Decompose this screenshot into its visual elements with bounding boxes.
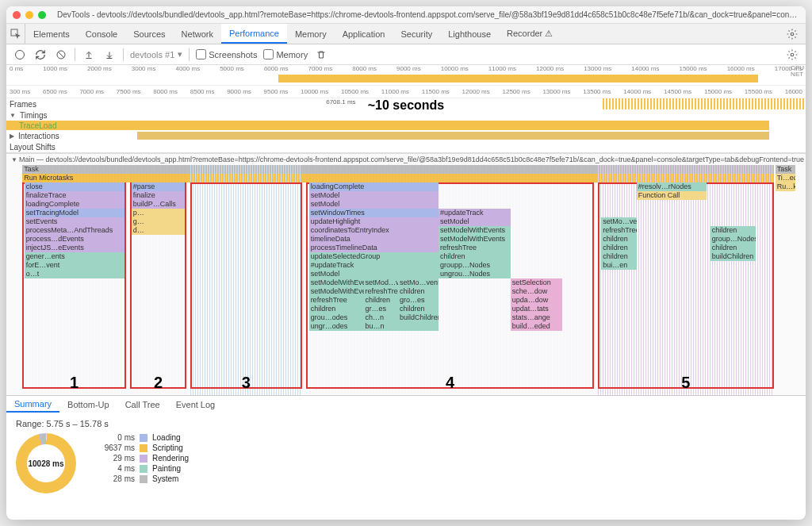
flame-span[interactable]: refreshTree <box>601 226 636 235</box>
flame-span[interactable]: gro…es <box>398 296 439 305</box>
flame-span[interactable]: groupp…Nodes <box>439 261 511 270</box>
tab-bottom-up[interactable]: Bottom-Up <box>59 396 117 413</box>
flame-span[interactable]: children <box>439 252 511 261</box>
reload-button[interactable] <box>33 48 48 62</box>
flame-span[interactable]: Function Call <box>637 191 707 200</box>
flame-span[interactable]: setModelWithEvents <box>439 226 511 235</box>
flame-span[interactable]: finalizeTrace <box>25 191 124 200</box>
flame-span[interactable]: p… <box>132 209 186 217</box>
flame-span[interactable]: sche…dow <box>511 287 562 296</box>
record-button[interactable] <box>13 48 27 62</box>
tab-lighthouse[interactable]: Lighthouse <box>440 24 499 44</box>
minimize-icon[interactable] <box>25 11 33 19</box>
flame-span[interactable]: #parse <box>132 182 186 191</box>
flame-span[interactable]: setWindowTimes <box>309 209 439 217</box>
tab-summary[interactable]: Summary <box>6 396 59 413</box>
flame-span[interactable]: buildP…Calls <box>132 200 186 209</box>
flame-span[interactable]: #resolv…rNodes <box>637 182 707 191</box>
flame-span[interactable]: coordinatesToEntryIndex <box>309 226 439 235</box>
flame-span[interactable]: #updateTrack <box>439 209 511 217</box>
flame-span[interactable]: process…dEvents <box>25 235 124 244</box>
flame-span[interactable]: setMo…vents <box>398 278 439 287</box>
flame-span[interactable]: g… <box>132 217 186 226</box>
flame-span[interactable]: bui…en <box>601 261 636 270</box>
tab-memory[interactable]: Memory <box>287 24 335 44</box>
timeline-ruler[interactable]: 300 ms6500 ms7000 ms7500 ms8000 ms8500 m… <box>6 86 806 98</box>
zoom-icon[interactable] <box>38 11 46 19</box>
flame-span[interactable]: o…t <box>25 270 124 278</box>
clear-button[interactable] <box>54 48 68 62</box>
flame-span[interactable]: close <box>25 182 124 191</box>
flame-span[interactable]: refreshTree <box>364 287 399 296</box>
tab-console[interactable]: Console <box>78 24 125 44</box>
main-thread-header[interactable]: ▼Main — devtools://devtools/bundled/devt… <box>6 153 806 165</box>
flame-span[interactable]: setModel <box>309 270 439 278</box>
flame-span[interactable]: processTimelineData <box>309 244 439 252</box>
tab-network[interactable]: Network <box>174 24 221 44</box>
delete-button[interactable] <box>314 48 328 62</box>
load-button[interactable] <box>82 48 96 62</box>
flame-span[interactable]: children <box>601 235 636 244</box>
interactions-track[interactable]: ▶Interactions <box>6 130 806 141</box>
layout-shifts-track[interactable]: Layout Shifts <box>6 141 806 152</box>
frames-track[interactable]: Frames <box>6 98 806 109</box>
settings-icon[interactable] <box>779 24 806 44</box>
flame-span[interactable]: buildChildren <box>710 252 756 261</box>
flame-span[interactable]: setModel <box>309 200 439 209</box>
flame-span[interactable]: updateSelectedGroup <box>309 252 439 261</box>
memory-checkbox[interactable]: Memory <box>263 49 308 60</box>
flame-span[interactable]: gener…ents <box>25 252 124 261</box>
tab-sources[interactable]: Sources <box>125 24 173 44</box>
tab-recorder[interactable]: Recorder ⚠ <box>499 24 561 44</box>
settings-icon[interactable] <box>785 48 799 62</box>
flame-span[interactable]: forE…vent <box>25 261 124 270</box>
flame-span[interactable]: stats…ange <box>511 313 562 322</box>
task-span[interactable]: Task <box>776 165 795 174</box>
flame-span[interactable]: children <box>398 287 439 296</box>
flame-span[interactable]: setModel <box>309 191 439 200</box>
flame-chart[interactable]: Task Task Run Microtasks Ti…ed closefina… <box>6 165 806 395</box>
flame-span[interactable]: gr…es <box>364 305 399 313</box>
tab-application[interactable]: Application <box>335 24 393 44</box>
flame-span[interactable]: children <box>398 305 439 313</box>
overview-ruler[interactable]: 0 ms1000 ms2000 ms3000 ms4000 ms5000 ms6… <box>6 65 806 86</box>
flame-span[interactable]: updateHighlight <box>309 217 439 226</box>
tab-event-log[interactable]: Event Log <box>168 396 224 413</box>
flame-span[interactable]: children <box>710 244 756 252</box>
tab-performance[interactable]: Performance <box>221 24 287 44</box>
flame-span[interactable]: bu…n <box>364 322 399 331</box>
screenshots-checkbox[interactable]: Screenshots <box>196 49 257 60</box>
flame-span[interactable]: finalize <box>132 191 186 200</box>
flame-span[interactable]: setMo…vents <box>601 217 636 226</box>
flame-span[interactable]: setModel <box>439 217 511 226</box>
flame-span[interactable]: group…Nodes <box>710 235 756 244</box>
flame-span[interactable]: injectJS…eEvents <box>25 244 124 252</box>
flame-span[interactable]: children <box>710 226 756 235</box>
close-icon[interactable] <box>13 11 21 19</box>
flame-span[interactable]: setModelWithEvents <box>439 235 511 244</box>
flame-span[interactable]: loadingComplete <box>309 182 439 191</box>
flame-span[interactable]: children <box>364 296 399 305</box>
flame-span[interactable]: #updateTrack <box>309 261 439 270</box>
flame-span[interactable]: build…eded <box>511 322 562 331</box>
flame-span[interactable]: buildChildren <box>398 313 439 322</box>
flame-span[interactable]: refreshTree <box>439 244 511 252</box>
timings-track[interactable]: ▼Timings <box>6 109 806 121</box>
flame-span[interactable]: children <box>601 244 636 252</box>
flame-span[interactable]: upda…dow <box>511 296 562 305</box>
flame-span[interactable]: setMod…vents <box>364 278 399 287</box>
tab-security[interactable]: Security <box>393 24 440 44</box>
trace-select[interactable]: devtools #1▾ <box>130 49 182 60</box>
timings-item[interactable]: TraceLoad <box>6 121 806 130</box>
flame-span[interactable]: ch…n <box>364 313 399 322</box>
tab-elements[interactable]: Elements <box>25 24 78 44</box>
flame-span[interactable]: setEvents <box>25 217 124 226</box>
save-button[interactable] <box>102 48 117 62</box>
flame-span[interactable]: children <box>601 252 636 261</box>
flame-span[interactable]: updat…tats <box>511 305 562 313</box>
flame-span[interactable]: ungrou…Nodes <box>439 270 511 278</box>
flame-span[interactable]: processMeta…AndThreads <box>25 226 124 235</box>
flame-span[interactable]: loadingComplete <box>25 200 124 209</box>
flame-span[interactable]: d… <box>132 226 186 235</box>
flame-span[interactable]: setTracingModel <box>25 209 124 217</box>
